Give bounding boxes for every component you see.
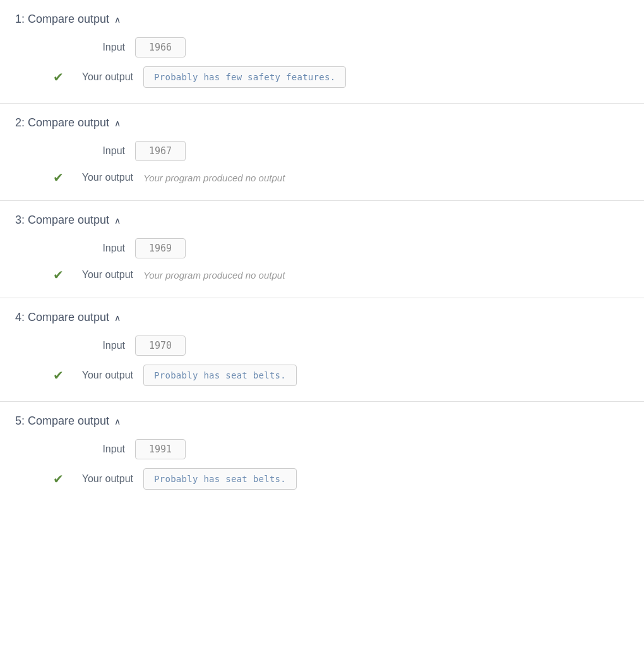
section-header-3[interactable]: 3: Compare output ∧ [15,214,629,227]
input-value-1: 1966 [135,37,186,57]
caret-icon-2: ∧ [114,118,121,128]
check-icon-4: ✔ [53,368,64,383]
section-header-2[interactable]: 2: Compare output ∧ [15,116,629,130]
output-value-box-4: Probably has seat belts. [143,365,297,386]
input-label-5: Input [53,444,135,455]
input-value-2: 1967 [135,141,186,161]
section-title-2: 2: Compare output [15,116,109,130]
caret-icon-5: ∧ [114,416,121,426]
check-icon-2: ✔ [53,170,64,185]
section-header-4[interactable]: 4: Compare output ∧ [15,311,629,324]
input-value-3: 1969 [135,238,186,258]
input-label-2: Input [53,145,135,157]
output-value-text-3: Your program produced no output [143,270,285,281]
section-title-3: 3: Compare output [15,214,109,227]
compare-section-5: 5: Compare output ∧ Input 1991 ✔ Your ou… [0,402,644,505]
section-title-5: 5: Compare output [15,414,109,428]
compare-section-4: 4: Compare output ∧ Input 1970 ✔ Your ou… [0,298,644,402]
caret-icon-1: ∧ [114,15,121,25]
input-row-3: Input 1969 [15,238,629,258]
input-row-5: Input 1991 [15,439,629,459]
section-header-5[interactable]: 5: Compare output ∧ [15,414,629,428]
input-label-1: Input [53,42,135,53]
output-label-4: Your output [68,370,143,381]
caret-icon-4: ∧ [114,313,121,323]
output-value-text-2: Your program produced no output [143,172,285,183]
output-row-1: ✔ Your output Probably has few safety fe… [15,66,629,88]
output-label-3: Your output [68,269,143,281]
output-label-2: Your output [68,172,143,183]
output-value-box-5: Probably has seat belts. [143,468,297,490]
output-row-3: ✔ Your output Your program produced no o… [15,267,629,282]
input-value-5: 1991 [135,439,186,459]
section-header-1[interactable]: 1: Compare output ∧ [15,13,629,26]
output-row-2: ✔ Your output Your program produced no o… [15,170,629,185]
caret-icon-3: ∧ [114,215,121,226]
output-row-5: ✔ Your output Probably has seat belts. [15,468,629,490]
compare-section-3: 3: Compare output ∧ Input 1969 ✔ Your ou… [0,201,644,298]
output-value-box-1: Probably has few safety features. [143,66,346,88]
compare-section-1: 1: Compare output ∧ Input 1966 ✔ Your ou… [0,0,644,104]
input-row-4: Input 1970 [15,336,629,356]
input-label-4: Input [53,340,135,351]
check-icon-3: ✔ [53,267,64,282]
check-icon-5: ✔ [53,471,64,487]
input-row-1: Input 1966 [15,37,629,57]
input-row-2: Input 1967 [15,141,629,161]
section-title-1: 1: Compare output [15,13,109,26]
output-row-4: ✔ Your output Probably has seat belts. [15,365,629,386]
check-icon-1: ✔ [53,70,64,85]
output-label-1: Your output [68,71,143,83]
compare-section-2: 2: Compare output ∧ Input 1967 ✔ Your ou… [0,104,644,201]
input-value-4: 1970 [135,336,186,356]
output-label-5: Your output [68,473,143,485]
section-title-4: 4: Compare output [15,311,109,324]
input-label-3: Input [53,243,135,254]
